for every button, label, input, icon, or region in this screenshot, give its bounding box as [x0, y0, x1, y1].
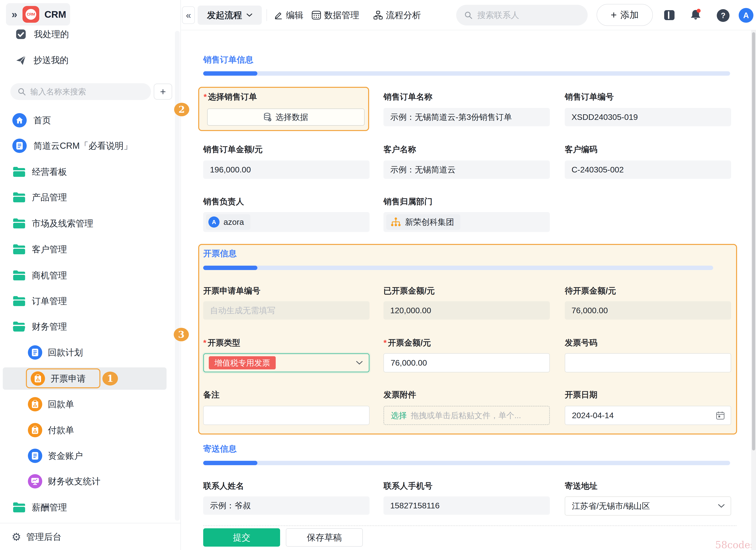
sidebar-item-dashboard[interactable]: 经营看板	[0, 164, 175, 180]
sidebar-divider	[0, 523, 180, 523]
sidebar-item-opportunities[interactable]: 商机管理	[0, 267, 175, 283]
sidebar-item-label: 薪酬管理	[32, 502, 67, 513]
chevron-down-icon	[246, 13, 252, 17]
sidebar-item-invoice-request-active[interactable]: 开票申请 1	[3, 367, 167, 390]
required-asterisk: *	[383, 338, 387, 347]
field-invoice-date[interactable]: 2024-04-14	[565, 406, 731, 425]
scrollbar-thumb[interactable]	[752, 32, 755, 450]
sidebar-item-products[interactable]: 产品管理	[0, 189, 175, 206]
database-icon	[264, 113, 272, 122]
collapse-sidebar-button[interactable]: «	[182, 6, 195, 24]
section-title-delivery: 寄送信息	[203, 444, 237, 454]
sidebar-item-payment-plan[interactable]: 回款计划	[0, 344, 175, 361]
folder-icon	[12, 218, 25, 229]
start-flow-dropdown[interactable]: 发起流程	[198, 6, 262, 25]
document-icon	[12, 139, 27, 153]
sidebar-item-fund-account[interactable]: 资金账户	[0, 448, 175, 464]
home-icon	[12, 113, 27, 128]
add-label: 添加	[620, 9, 639, 21]
expand-sidebar-icon[interactable]: »	[12, 9, 17, 20]
field-label-customer-name: 客户名称	[383, 144, 416, 154]
sidebar-item-label: 管理后台	[26, 531, 61, 543]
attachment-select-link[interactable]: 选择	[391, 410, 407, 421]
submit-button[interactable]: 提交	[203, 528, 280, 547]
save-draft-button[interactable]: 保存草稿	[286, 528, 363, 547]
add-button[interactable]: + 添加	[597, 4, 653, 26]
sidebar-add-button[interactable]: +	[154, 84, 172, 100]
sidebar-item-finance[interactable]: 财务管理	[0, 318, 175, 335]
panel-toggle-icon[interactable]	[663, 9, 675, 21]
section-progress-bar	[203, 461, 730, 465]
user-avatar[interactable]: A	[739, 8, 753, 23]
folder-icon	[12, 192, 25, 203]
app-logo-block[interactable]: » CRM CRM	[6, 3, 70, 26]
folder-icon	[12, 167, 25, 177]
app-title: CRM	[44, 9, 66, 20]
sidebar-item-label: 订单管理	[32, 295, 67, 307]
member-avatar: A	[208, 217, 220, 228]
form-footer-divider	[203, 525, 737, 526]
sidebar: » CRM CRM 我处理的 抄送我的 输入名称来搜索 + 首页 简道云CRM「…	[0, 0, 181, 550]
field-sales-owner: A azora	[203, 212, 370, 232]
field-label-order-name: 销售订单名称	[383, 92, 432, 102]
field-label-address: 寄送地址	[565, 481, 597, 491]
sidebar-item-cc-me[interactable]: 抄送我的	[0, 52, 175, 68]
search-icon	[464, 11, 473, 19]
select-data-button[interactable]: 选择数据	[207, 109, 365, 126]
crm-logo-badge: CRM	[25, 9, 36, 20]
plus-icon: +	[611, 9, 617, 21]
sidebar-item-label: 财务收支统计	[48, 475, 100, 487]
edit-label: 编辑	[286, 9, 303, 21]
data-grid-icon	[312, 11, 321, 20]
flow-analysis-button[interactable]: 流程分析	[374, 0, 421, 30]
sidebar-item-label: 回款计划	[48, 347, 83, 358]
sidebar-item-admin[interactable]: ⚙ 管理后台	[0, 528, 175, 545]
sidebar-item-home[interactable]: 首页	[0, 112, 175, 129]
invoice-type-select[interactable]: 增值税专用发票	[203, 353, 370, 372]
attachment-dropzone[interactable]: 选择 拖拽或单击后粘贴文件，单个...	[383, 406, 550, 425]
sidebar-item-label: 开票申请	[51, 367, 86, 390]
sidebar-item-my-tasks[interactable]: 我处理的	[0, 26, 175, 42]
content-scrollbar[interactable]	[751, 30, 756, 550]
section-progress-bar	[203, 71, 730, 76]
sidebar-item-payment[interactable]: 付款单	[0, 422, 175, 438]
sidebar-item-market-leads[interactable]: 市场及线索管理	[0, 215, 175, 232]
user-chip: A azora	[206, 214, 250, 230]
sidebar-item-label: 付款单	[48, 424, 74, 436]
pencil-icon	[274, 11, 283, 20]
sidebar-item-customers[interactable]: 客户管理	[0, 241, 175, 258]
help-icon[interactable]: ?	[717, 9, 730, 22]
field-label-invoiced-amount: 已开票金额/元	[383, 286, 435, 296]
sidebar-search-input[interactable]: 输入名称来搜索	[10, 83, 151, 100]
field-remark[interactable]	[203, 406, 370, 425]
sidebar-item-label: 首页	[33, 115, 51, 126]
member-name: azora	[224, 218, 244, 227]
calendar-icon	[716, 411, 725, 420]
address-select[interactable]: 江苏省/无锡市/锡山区	[565, 496, 731, 516]
field-customer-code: C-240305-002	[565, 161, 731, 179]
field-pending-amount: 76,000.00	[565, 301, 731, 319]
contact-search-input[interactable]: 搜索联系人	[456, 5, 588, 26]
field-contact-name: 示例：爷叔	[203, 496, 370, 515]
field-invoice-amount[interactable]: 76,000.00	[383, 353, 550, 372]
notification-bell-icon[interactable]	[690, 8, 702, 21]
sidebar-item-crm-guide[interactable]: 简道云CRM「必看说明」	[0, 138, 175, 154]
gear-icon: ⚙	[12, 531, 21, 542]
dept-chip: 新荣创科集团	[386, 214, 460, 230]
field-label-customer-code: 客户编码	[565, 144, 597, 154]
clipboard-icon	[31, 371, 45, 386]
field-invoice-number[interactable]	[565, 353, 731, 372]
topbar-divider	[267, 9, 267, 21]
paper-plane-icon	[15, 54, 27, 66]
sidebar-item-finance-stats[interactable]: 财务收支统计	[0, 473, 175, 489]
sidebar-item-receipt[interactable]: 回款单	[0, 396, 175, 412]
sidebar-item-orders[interactable]: 订单管理	[0, 293, 175, 309]
data-manage-button[interactable]: 数据管理	[312, 0, 359, 30]
flow-analysis-label: 流程分析	[386, 9, 421, 21]
step-badge-1: 1	[102, 371, 118, 385]
field-label-contact-phone: 联系人手机号	[383, 481, 432, 491]
sidebar-item-salary[interactable]: 薪酬管理	[0, 499, 175, 516]
edit-button[interactable]: 编辑	[274, 0, 303, 30]
field-request-no: 自动生成无需填写	[203, 301, 370, 319]
field-label-remark: 备注	[203, 390, 220, 400]
